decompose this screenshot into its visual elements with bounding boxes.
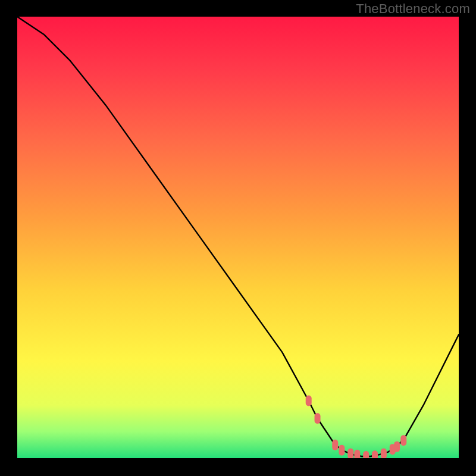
- chart-container: TheBottleneck.com: [0, 0, 476, 476]
- chart-svg: [17, 17, 459, 458]
- marker-point: [315, 413, 321, 424]
- plot-area: [17, 17, 459, 458]
- marker-point: [394, 441, 400, 452]
- watermark-text: TheBottleneck.com: [356, 1, 470, 17]
- marker-point: [339, 445, 345, 456]
- marker-point: [363, 451, 369, 458]
- marker-point: [381, 449, 387, 458]
- marker-point: [354, 450, 360, 458]
- gradient-background: [17, 17, 459, 458]
- marker-point: [372, 450, 378, 458]
- marker-point: [347, 449, 353, 458]
- marker-point: [332, 440, 338, 450]
- marker-point: [400, 435, 406, 446]
- marker-point: [306, 396, 312, 406]
